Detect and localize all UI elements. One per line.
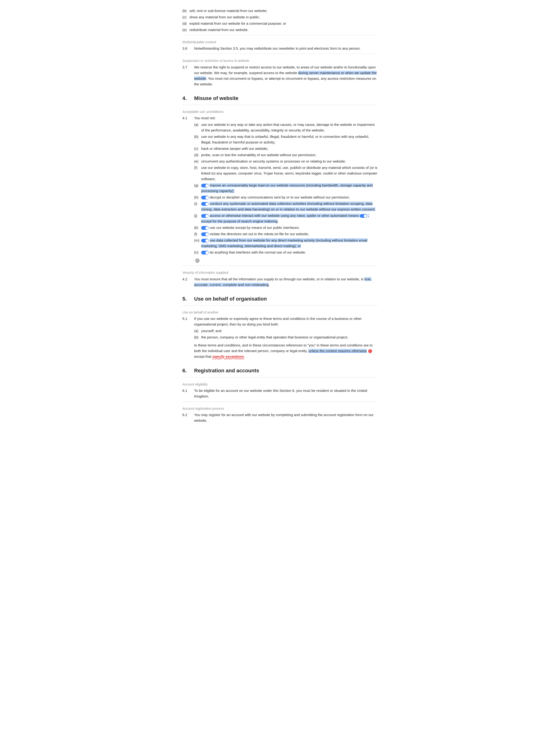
- toggle-track-l: [201, 233, 209, 236]
- list-letter-j: (j): [194, 213, 201, 224]
- highlighted-m: use data collected from our website for …: [201, 238, 367, 248]
- section-3-list: (b) sell, rent or sub-license material f…: [182, 8, 378, 33]
- list-item-m: (m) use data collected from our website …: [194, 238, 378, 249]
- subsection-4-2: 4.2 You must ensure that all the informa…: [182, 276, 378, 288]
- toggle-n[interactable]: [201, 251, 209, 255]
- divider: [182, 266, 378, 266]
- toggle-i[interactable]: [201, 202, 209, 206]
- toggle-h[interactable]: [201, 196, 209, 199]
- list-letter: (a): [194, 328, 201, 334]
- toggle-m[interactable]: [201, 239, 209, 243]
- list-content: redistribute material from our website.: [189, 27, 378, 33]
- list-item: (c) show any material from our website i…: [182, 14, 378, 20]
- subsection-body-3-6: Notwithstanding Section 3.5, you may red…: [194, 46, 378, 51]
- list-item-f: (f) use our website to copy, store, host…: [194, 165, 378, 182]
- section-4-title: Misuse of website: [194, 94, 238, 102]
- list-letter-c: (c): [194, 146, 201, 151]
- subsection-num-6-2: 6.2: [182, 412, 194, 423]
- text-4-2-before: You must ensure that all the information…: [194, 277, 365, 281]
- must-not-text: You must not:: [194, 116, 216, 120]
- list-content-k: use our website except by means of our p…: [201, 225, 378, 231]
- list-content: yourself; and: [201, 328, 378, 334]
- section-5-heading: 5. Use on behalf of organisation: [182, 295, 378, 303]
- toggle-g[interactable]: [201, 184, 209, 187]
- toggle-track-h: [201, 196, 209, 199]
- toggle-l[interactable]: [201, 233, 209, 236]
- list-content-g: impose an unreasonably large load on our…: [201, 182, 378, 194]
- list-item-c: (c) hack or otherwise tamper with our we…: [194, 146, 378, 151]
- list-letter: (d): [182, 21, 189, 26]
- toggle-track-n: [201, 251, 209, 255]
- list-content-n: do anything that interferes with the nor…: [201, 250, 378, 255]
- toggle-k[interactable]: [201, 226, 209, 230]
- subsection-body-3-7: We reserve the right to suspend or restr…: [194, 64, 378, 87]
- divider: [182, 105, 378, 105]
- list-item: (d) exploit material from our website fo…: [182, 21, 378, 26]
- subsection-3-7: 3.7 We reserve the right to suspend or r…: [182, 64, 378, 87]
- subsection-num-3-6: 3.6: [182, 46, 194, 51]
- section-6-title: Registration and accounts: [194, 366, 259, 375]
- subsection-body-4-1: You must not: (a) use our website in any…: [194, 115, 378, 263]
- subsection-body-6-2: You may register for an account with our…: [194, 412, 378, 423]
- subsection-header-6-2: Account registration process: [182, 406, 378, 411]
- list-letter: (e): [182, 27, 189, 33]
- text-5-1: If you use our website or expressly agre…: [194, 317, 362, 326]
- list-letter-m: (m): [194, 238, 201, 249]
- highlighted-5-1: unless the context requires otherwise: [308, 349, 367, 353]
- list-item: (e) redistribute material from our websi…: [182, 27, 378, 33]
- list-letter-f: (f): [194, 165, 201, 182]
- list-content-d: probe, scan or test the vulnerability of…: [201, 152, 378, 158]
- list-letter-g: (g): [194, 182, 201, 194]
- toggle-j1[interactable]: [201, 214, 209, 218]
- toggle-thumb-k: [205, 227, 208, 230]
- must-not-list: (a) use our website in any way or take a…: [194, 122, 378, 255]
- text-4-2-after: .: [269, 283, 270, 287]
- list-item-k: (k) use our website except by means of o…: [194, 225, 378, 231]
- subsection-num-4-2: 4.2: [182, 276, 194, 288]
- toggle-thumb-j2: [364, 214, 367, 217]
- list-letter-n: (n): [194, 250, 201, 255]
- toggle-track-m: [201, 239, 209, 243]
- subsection-header-4-2: Veracity of information supplied: [182, 270, 378, 275]
- subsection-body-4-2: You must ensure that all the information…: [194, 276, 378, 288]
- list-content: the person, company or other legal entit…: [201, 334, 378, 340]
- list-content: sell, rent or sub-license material from …: [189, 8, 378, 14]
- divider: [182, 35, 378, 35]
- list-item-d: (d) probe, scan or test the vulnerabilit…: [194, 152, 378, 158]
- highlighted-i: conduct any systematic or automated data…: [201, 201, 375, 211]
- list-item-5-1-b: (b) the person, company or other legal e…: [194, 334, 378, 340]
- toggle-j2[interactable]: [360, 214, 367, 218]
- list-content-e: circumvent any authentication or securit…: [201, 159, 378, 164]
- list-letter-b: (b): [194, 134, 201, 145]
- section-5-num: 5.: [182, 295, 194, 303]
- globe-icon: [195, 258, 200, 263]
- list-item-i: (i) conduct any systematic or automated …: [194, 201, 378, 212]
- subsection-body-5-1: If you use our website or expressly agre…: [194, 316, 378, 359]
- subsection-body-6-1: To be eligible for an account on our web…: [194, 388, 378, 399]
- toggle-thumb-l: [205, 233, 208, 236]
- list-content: exploit material from our website for a …: [189, 21, 378, 26]
- subsection-num-5-1: 5.1: [182, 316, 194, 359]
- list-letter: (b): [194, 334, 201, 340]
- subsection-5-1: 5.1 If you use our website or expressly …: [182, 316, 378, 359]
- section-5-title: Use on behalf of organisation: [194, 295, 267, 303]
- specify-exceptions[interactable]: specify exceptions: [213, 354, 244, 358]
- subsection-header-3-7: Suspension or restriction of access to w…: [182, 58, 378, 63]
- subsection-num-3-7: 3.7: [182, 64, 194, 87]
- divider: [182, 305, 378, 306]
- globe-icon-container: [194, 258, 378, 263]
- list-item-l: (l) violate the directives set out in th…: [194, 231, 378, 237]
- list-content-b: use our website in any way that is unlaw…: [201, 134, 378, 145]
- subsection-6-1: 6.1 To be eligible for an account on our…: [182, 388, 378, 399]
- subsection-num-4-1: 4.1: [182, 115, 194, 263]
- subsection-header-5-1: Use on behalf of another: [182, 310, 378, 315]
- list-content-c: hack or otherwise tamper with our websit…: [201, 146, 378, 151]
- highlighted-j: access or otherwise interact with our we…: [209, 213, 360, 217]
- list-content-i: conduct any systematic or automated data…: [201, 201, 378, 212]
- list-item-b: (b) use our website in any way that is u…: [194, 134, 378, 145]
- subsection-6-2: 6.2 You may register for an account with…: [182, 412, 378, 423]
- list-content-j: access or otherwise interact with our we…: [201, 213, 378, 224]
- list-5-1: (a) yourself; and (b) the person, compan…: [194, 328, 378, 340]
- list-letter-l: (l): [194, 231, 201, 237]
- subsection-num-6-1: 6.1: [182, 388, 194, 399]
